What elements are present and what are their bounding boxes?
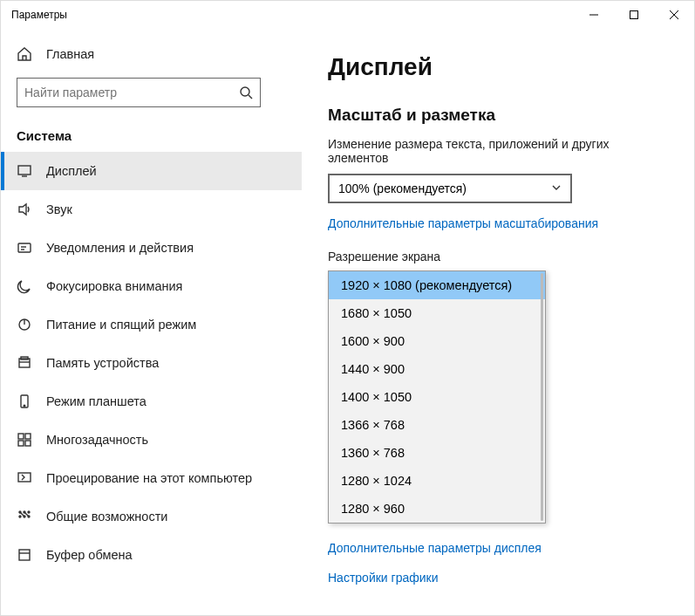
svg-point-27	[19, 516, 21, 517]
sidebar-item-0[interactable]: Дисплей	[1, 152, 302, 190]
sidebar-icon-3	[17, 278, 32, 294]
svg-rect-32	[19, 550, 30, 560]
sidebar-item-2[interactable]: Уведомления и действия	[1, 229, 302, 267]
sidebar-item-5[interactable]: Память устройства	[1, 344, 302, 382]
scale-label: Изменение размера текста, приложений и д…	[328, 137, 668, 165]
sidebar-item-8[interactable]: Проецирование на этот компьютер	[1, 459, 302, 497]
svg-rect-19	[18, 434, 24, 439]
sidebar-item-6[interactable]: Режим планшета	[1, 382, 302, 421]
sidebar-item-label: Питание и спящий режим	[46, 318, 196, 332]
resolution-option[interactable]: 1920 × 1080 (рекомендуется)	[329, 271, 545, 299]
sidebar: Главная Система ДисплейЗвукУведомления и…	[1, 29, 302, 615]
sidebar-icon-5	[17, 355, 32, 371]
resolution-option[interactable]: 1360 × 768	[329, 439, 545, 467]
maximize-button[interactable]	[614, 1, 654, 29]
sidebar-icon-10	[17, 547, 32, 563]
graphics-settings-link[interactable]: Настройки графики	[328, 571, 668, 585]
sidebar-icon-9	[17, 509, 32, 524]
svg-rect-9	[18, 243, 31, 252]
svg-rect-20	[25, 434, 31, 439]
sidebar-item-9[interactable]: Общие возможности	[1, 497, 302, 536]
search-icon	[239, 86, 253, 99]
sidebar-item-label: Уведомления и действия	[46, 241, 194, 255]
resolution-dropdown-open[interactable]: 1920 × 1080 (рекомендуется)1680 × 105016…	[328, 270, 546, 524]
sidebar-icon-0	[17, 163, 32, 179]
chevron-down-icon	[551, 181, 562, 196]
resolution-option[interactable]: 1400 × 1050	[329, 383, 545, 411]
sidebar-item-4[interactable]: Питание и спящий режим	[1, 305, 302, 344]
svg-rect-21	[18, 441, 24, 446]
scale-dropdown[interactable]: 100% (рекомендуется)	[328, 174, 572, 203]
svg-point-18	[24, 405, 25, 407]
resolution-option[interactable]: 1366 × 768	[329, 411, 545, 439]
svg-rect-22	[25, 441, 31, 446]
resolution-option[interactable]: 1680 × 1050	[329, 299, 545, 327]
svg-marker-8	[19, 204, 26, 215]
sidebar-item-label: Буфер обмена	[46, 548, 133, 562]
home-nav[interactable]: Главная	[1, 38, 302, 71]
sidebar-section-title: Система	[1, 114, 302, 152]
sidebar-icon-4	[17, 317, 32, 332]
advanced-display-link[interactable]: Дополнительные параметры дисплея	[328, 541, 668, 555]
window-title: Параметры	[11, 9, 67, 21]
close-button[interactable]	[654, 1, 694, 29]
resolution-label: Разрешение экрана	[328, 250, 668, 264]
svg-line-5	[249, 95, 252, 99]
scale-advanced-link[interactable]: Дополнительные параметры масштабирования	[328, 216, 598, 230]
sidebar-icon-1	[17, 202, 32, 217]
home-icon	[17, 46, 32, 62]
svg-point-4	[241, 87, 249, 96]
sidebar-item-label: Многозадачность	[46, 433, 148, 447]
sidebar-item-label: Проецирование на этот компьютер	[46, 471, 252, 485]
page-title: Дисплей	[328, 53, 668, 81]
svg-rect-6	[18, 166, 31, 175]
sidebar-item-7[interactable]: Многозадачность	[1, 421, 302, 459]
sidebar-icon-6	[17, 394, 32, 409]
titlebar: Параметры	[1, 1, 694, 29]
sidebar-item-label: Память устройства	[46, 356, 159, 370]
home-label: Главная	[46, 47, 94, 61]
sidebar-item-label: Фокусировка внимания	[46, 279, 182, 293]
resolution-option[interactable]: 1280 × 1024	[329, 467, 545, 495]
scale-value: 100% (рекомендуется)	[338, 181, 467, 195]
search-box[interactable]	[17, 78, 261, 107]
svg-rect-1	[630, 11, 638, 19]
nav-list: ДисплейЗвукУведомления и действияФокусир…	[1, 152, 302, 574]
sidebar-item-label: Режим планшета	[46, 394, 146, 408]
resolution-option[interactable]: 1600 × 900	[329, 327, 545, 355]
scale-group-title: Масштаб и разметка	[328, 106, 668, 125]
dropdown-scrollbar[interactable]	[541, 273, 543, 521]
resolution-option[interactable]: 1280 × 960	[329, 495, 545, 523]
sidebar-icon-7	[17, 432, 32, 448]
resolution-option[interactable]: 1440 × 900	[329, 355, 545, 383]
window-controls	[574, 1, 694, 29]
sidebar-item-1[interactable]: Звук	[1, 190, 302, 229]
sidebar-item-label: Общие возможности	[46, 510, 167, 524]
sidebar-item-3[interactable]: Фокусировка внимания	[1, 267, 302, 305]
minimize-button[interactable]	[574, 1, 614, 29]
sidebar-item-10[interactable]: Буфер обмена	[1, 536, 302, 574]
search-input[interactable]	[24, 86, 239, 99]
content-panel: Дисплей Масштаб и разметка Изменение раз…	[302, 29, 694, 615]
svg-point-26	[28, 511, 30, 513]
sidebar-item-label: Дисплей	[46, 164, 97, 178]
sidebar-item-label: Звук	[46, 202, 72, 216]
sidebar-icon-2	[17, 240, 32, 256]
sidebar-icon-8	[17, 470, 32, 486]
